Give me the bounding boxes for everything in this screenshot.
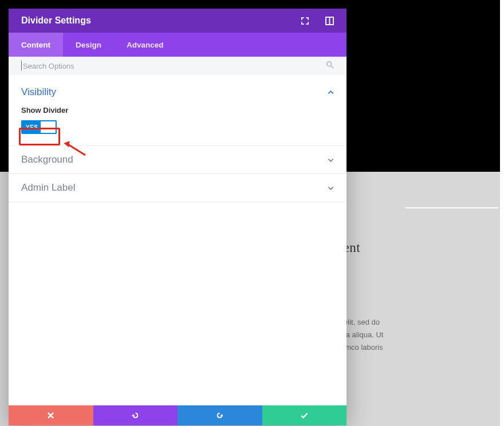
section-title: Visibility — [21, 86, 56, 98]
svg-point-2 — [327, 62, 332, 66]
expand-icon[interactable] — [301, 17, 309, 25]
tab-content[interactable]: Content — [9, 33, 63, 57]
modal-body: Visibility Show Divider YES Background — [9, 75, 346, 405]
page-divider-line — [405, 207, 498, 208]
show-divider-label: Show Divider — [21, 106, 334, 115]
toggle-knob — [41, 121, 56, 133]
section-title: Admin Label — [21, 182, 76, 194]
search-caret — [21, 61, 22, 70]
chevron-down-icon — [328, 185, 334, 191]
modal-tabs: Content Design Advanced — [9, 33, 346, 57]
show-divider-toggle[interactable]: YES — [21, 120, 57, 134]
section-admin-label-header[interactable]: Admin Label — [21, 182, 334, 194]
chevron-up-icon — [328, 89, 334, 96]
section-admin-label: Admin Label — [9, 174, 346, 202]
toggle-value: YES — [22, 124, 38, 131]
settings-modal: Divider Settings Content Design Advanced… — [9, 9, 346, 425]
search-bar — [9, 57, 346, 75]
svg-line-3 — [331, 66, 333, 68]
tab-design[interactable]: Design — [63, 33, 114, 57]
section-visibility-content: Show Divider YES — [21, 98, 334, 137]
close-button[interactable] — [9, 405, 93, 425]
section-background-header[interactable]: Background — [21, 154, 334, 165]
section-visibility: Visibility Show Divider YES — [9, 75, 346, 146]
save-button[interactable] — [262, 405, 347, 425]
modal-header-actions — [301, 17, 334, 25]
chevron-down-icon — [328, 157, 334, 163]
svg-rect-1 — [329, 17, 330, 24]
tab-advanced[interactable]: Advanced — [114, 33, 176, 57]
search-input[interactable] — [21, 62, 334, 70]
search-icon[interactable] — [326, 61, 334, 71]
modal-header[interactable]: Divider Settings — [9, 9, 346, 33]
undo-button[interactable] — [93, 405, 178, 425]
section-title: Background — [21, 154, 73, 165]
modal-footer — [9, 405, 346, 425]
section-background: Background — [9, 146, 346, 174]
snap-icon[interactable] — [325, 17, 334, 25]
redo-button[interactable] — [178, 405, 262, 425]
modal-title: Divider Settings — [21, 15, 91, 26]
section-visibility-header[interactable]: Visibility — [21, 86, 334, 98]
